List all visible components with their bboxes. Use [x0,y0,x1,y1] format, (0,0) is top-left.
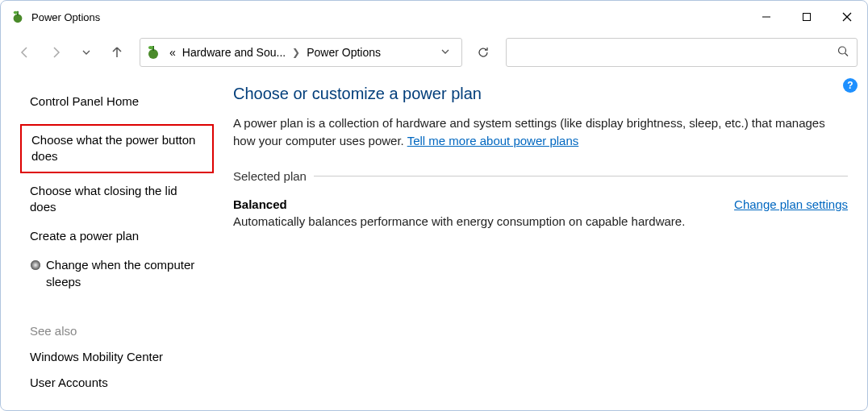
close-button[interactable] [827,1,867,33]
search-bar[interactable] [506,38,858,67]
up-button[interactable] [102,38,131,67]
see-also-mobility[interactable]: Windows Mobility Center [20,344,214,370]
page-description: A power plan is a collection of hardware… [233,114,848,150]
content-area: ? Control Panel Home Choose what the pow… [1,72,867,410]
section-heading: Selected plan [233,169,848,183]
back-button[interactable] [10,38,40,67]
forward-button[interactable] [41,38,70,67]
sidebar-link-power-button[interactable]: Choose what the power button does [20,124,214,173]
see-also-heading: See also [20,321,214,341]
address-dropdown[interactable] [434,47,457,59]
search-icon[interactable] [837,46,849,60]
plan-name: Balanced [233,197,287,211]
svg-point-9 [148,46,153,49]
plan-description: Automatically balances performance with … [233,214,848,228]
breadcrumb-prefix[interactable]: « [166,46,179,59]
sidebar: Control Panel Home Choose what the power… [20,85,214,410]
app-icon [10,10,25,24]
control-panel-home-link[interactable]: Control Panel Home [20,91,214,111]
sidebar-link-sleep-label: Change when the computer sleeps [46,257,204,290]
recent-dropdown[interactable] [72,38,101,67]
see-also-accounts[interactable]: User Accounts [20,370,214,396]
refresh-button[interactable] [469,38,498,67]
svg-point-10 [839,47,846,54]
main-panel: Choose or customize a power plan A power… [214,85,848,410]
help-icon[interactable]: ? [843,78,858,93]
change-plan-settings-link[interactable]: Change plan settings [734,197,848,211]
nav-bar: « Hardware and Sou... ❯ Power Options [1,33,867,72]
maximize-button[interactable] [787,1,827,33]
page-title: Choose or customize a power plan [233,85,848,103]
svg-point-2 [14,11,18,15]
address-icon [145,44,161,60]
svg-point-13 [31,260,40,270]
breadcrumb-current[interactable]: Power Options [303,46,384,59]
breadcrumb-parent[interactable]: Hardware and Sou... [179,46,289,59]
sidebar-link-sleep[interactable]: Change when the computer sleeps [20,252,214,295]
sleep-icon [30,259,41,270]
sidebar-link-close-lid[interactable]: Choose what closing the lid does [20,178,214,221]
address-bar[interactable]: « Hardware and Sou... ❯ Power Options [140,38,462,67]
chevron-right-icon[interactable]: ❯ [289,47,303,58]
svg-rect-4 [803,14,811,21]
search-input[interactable] [507,39,857,66]
minimize-button[interactable] [746,1,787,33]
title-bar: Power Options [1,1,867,33]
plan-row: Balanced Change plan settings [233,197,848,211]
learn-more-link[interactable]: Tell me more about power plans [407,134,579,147]
sidebar-link-create-plan[interactable]: Create a power plan [20,223,214,249]
window-title: Power Options [31,11,100,23]
svg-line-11 [845,53,849,56]
